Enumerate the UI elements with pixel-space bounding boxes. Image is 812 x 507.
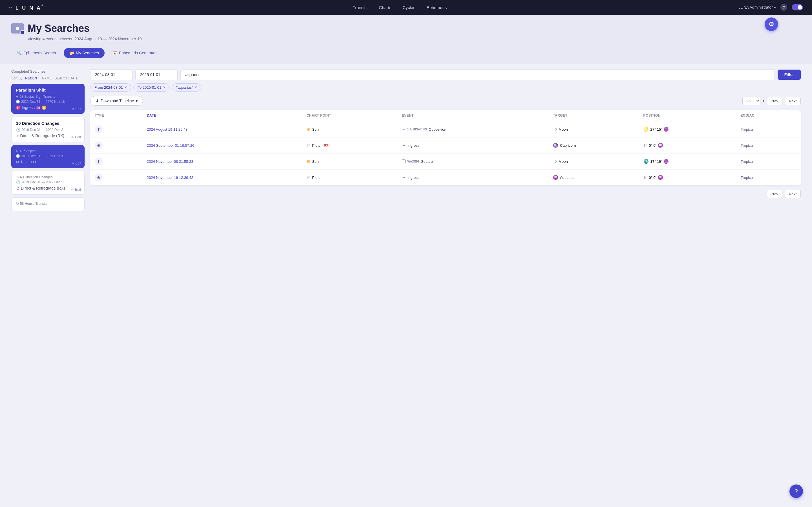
col-event: EVENT (397, 110, 548, 121)
sort-recent[interactable]: RECENT (25, 76, 39, 80)
prev-button-bottom[interactable]: Prev (767, 190, 783, 198)
page-title: My Searches (28, 22, 90, 34)
position-value: 27° 15' (651, 127, 662, 131)
page-subtitle: Viewing 4 events between 2024 August 19 … (28, 37, 801, 41)
card-planets: ♂ Direct & Retrograde (RX) (16, 133, 80, 138)
col-zodiac: ZODIAC (736, 110, 801, 121)
target-label: Capricorn (560, 144, 576, 148)
edit-icon: ✏ (71, 107, 74, 111)
toolbar: ⬇ Download Timeline ▾ 25 10 50 100 ▾ Pre… (90, 96, 801, 106)
page-header: My Searches Viewing 4 events between 202… (0, 15, 812, 48)
logo-text: L U N A° (15, 4, 44, 11)
search-icon: 🔍 (17, 51, 22, 55)
aquarius-icon: ♒ (658, 175, 663, 180)
content-area: Filter From 2024-08-01 ✕ To 2025-01-01 ✕… (90, 69, 801, 198)
date-link[interactable]: 2024 September 01 16:57:26 (147, 144, 194, 148)
filter-tag-from[interactable]: From 2024-08-01 ✕ (90, 83, 131, 92)
sort-name[interactable]: NAME (42, 76, 52, 80)
col-date: DATE (142, 110, 302, 121)
help-fab-button[interactable]: ? (790, 485, 803, 498)
type-icon-ascendant: ⬆ (95, 158, 103, 165)
navbar-right: LUNA Administrator ▾ ? (739, 4, 803, 11)
prev-button-top[interactable]: Prev (767, 97, 783, 105)
keyword-input[interactable] (181, 69, 775, 80)
sort-search-date[interactable]: SEARCH DATE (54, 76, 78, 80)
table-row: ⬆ 2024 November 08 21:55:28 ☀ Sun (90, 154, 801, 170)
to-date-input[interactable] (135, 69, 177, 80)
type-icon-globe: ⊕ (95, 173, 103, 181)
next-button-top[interactable]: Next (784, 97, 801, 105)
remove-keyword-filter[interactable]: ✕ (195, 86, 197, 89)
navbar: ·· L U N A° Transits Charts Cycles Ephem… (0, 0, 812, 15)
pluto-icon: ♇ (644, 143, 647, 148)
dropdown-arrow-icon: ▾ (136, 99, 138, 103)
position-value: 17° 19' (651, 159, 662, 164)
event-cell: WAXING Square (402, 159, 544, 164)
pluto-icon: ♇ (16, 186, 20, 190)
page-icon-badge (20, 30, 25, 35)
download-timeline-button[interactable]: ⬇ Download Timeline ▾ (90, 96, 143, 106)
target-cell: ♑ Capricorn (553, 143, 634, 148)
zodiac-label: Tropical (741, 127, 754, 131)
theme-toggle[interactable] (792, 4, 803, 10)
tab-ephemeris-search[interactable]: 🔍 Ephemeris Search (11, 48, 61, 58)
filter-bar: Filter (90, 69, 801, 80)
nav-transits[interactable]: Transits (353, 5, 368, 10)
zodiac-label: Tropical (741, 144, 754, 148)
tab-ephemeris-generator[interactable]: 📅 Ephemeris Generator (107, 48, 162, 58)
event-type: Square (421, 159, 433, 164)
card-meta-date: 🕐 2019 Dec 31 — 2029 Dec 31 (16, 154, 80, 158)
search-card-house-transits[interactable]: ↻ 58 House Transits (11, 198, 85, 211)
capricorn-icon: ♑ (553, 143, 558, 148)
action-fab[interactable]: ⚙ (765, 17, 778, 31)
remove-to-filter[interactable]: ✕ (163, 86, 165, 89)
filter-tag-to[interactable]: To 2025-01-01 ✕ (133, 83, 170, 92)
table-row: ⊕ 2024 September 01 16:57:26 ♇ Pluto RX (90, 137, 801, 154)
search-card-direction-63[interactable]: ↻ 63 Direction Changes 🕐 2019 Dec 31 — 2… (11, 171, 85, 194)
search-card-direction-10[interactable]: 10 Direction Changes 🕐 2019 Dec 31 — 202… (11, 117, 85, 142)
card-planets: ♓ Ingress ♒ ♊ (16, 105, 80, 110)
card-edit-btn[interactable]: ✏ Edit (71, 107, 81, 111)
date-link[interactable]: 2024 August 19 11:25:48 (147, 127, 188, 131)
date-link[interactable]: 2024 November 19 12:39:42 (147, 175, 193, 180)
col-position: POSITION (639, 110, 736, 121)
page-size-select[interactable]: 25 10 50 100 (742, 97, 760, 105)
arrow-icon: → (402, 175, 406, 180)
logo[interactable]: ·· L U N A° (9, 4, 44, 11)
filter-button[interactable]: Filter (777, 69, 801, 80)
opposition-icon: ⚯ (402, 127, 405, 131)
card-meta-refresh: ↻ 63 Direction Changes (16, 175, 80, 179)
type-icon-globe: ⊕ (95, 142, 103, 149)
chart-point-label: Sun (312, 159, 319, 164)
card-meta-refresh: ↻ 495 Aspects (16, 149, 80, 153)
sort-row: Sort By RECENT NAME SEARCH DATE (11, 76, 85, 80)
position-cell: ♌ 27° 15' ♒ (644, 127, 732, 132)
search-card-aspects-495[interactable]: ↻ 495 Aspects 🕐 2019 Dec 31 — 2029 Dec 3… (11, 145, 85, 168)
card-edit-btn[interactable]: ✏ Edit (71, 187, 81, 191)
user-label[interactable]: LUNA Administrator ▾ (739, 5, 776, 10)
card-edit-btn[interactable]: ✏ Edit (71, 161, 81, 165)
target-label: Aquarius (560, 175, 574, 180)
aquarius-icon: ♒ (553, 175, 558, 180)
chart-point-cell: ♇ Pluto RX (306, 143, 393, 148)
nav-charts[interactable]: Charts (379, 5, 391, 10)
tab-my-searches[interactable]: 📁 My Searches (64, 48, 105, 58)
from-date-input[interactable] (90, 69, 133, 80)
help-icon[interactable]: ? (780, 4, 787, 11)
next-button-bottom[interactable]: Next (784, 190, 801, 198)
event-type: Opposition (429, 127, 446, 131)
pluto-icon: ♇ (644, 175, 647, 180)
pluto-icon: ♇ (306, 143, 310, 148)
nav-ephemeris[interactable]: Ephemeris (426, 5, 447, 10)
edit-icon: ✏ (71, 161, 74, 165)
card-edit-btn[interactable]: ✏ Edit (71, 135, 81, 139)
filter-tag-keyword[interactable]: "aquarius" ✕ (172, 83, 201, 92)
active-filters: From 2024-08-01 ✕ To 2025-01-01 ✕ "aquar… (90, 83, 801, 92)
date-link[interactable]: 2024 November 08 21:55:28 (147, 159, 193, 164)
nav-links: Transits Charts Cycles Ephemeris (61, 5, 739, 10)
remove-from-filter[interactable]: ✕ (124, 86, 127, 89)
search-card-paradigm-shift[interactable]: Paradigm Shift ✦ 18 Zodiac Sign Transits… (11, 83, 85, 114)
nav-cycles[interactable]: Cycles (403, 5, 415, 10)
chart-point-label: Pluto (312, 144, 320, 148)
chevron-down-icon: ▾ (763, 99, 764, 103)
